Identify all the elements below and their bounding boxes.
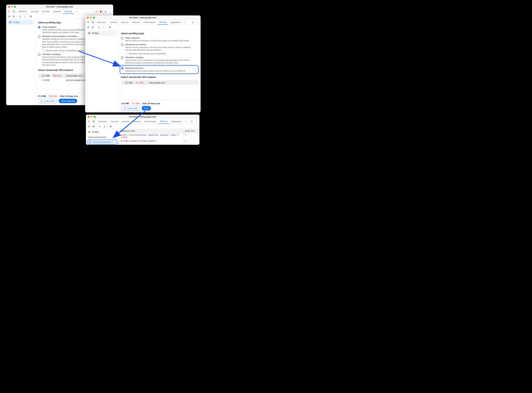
sliders-icon [9, 21, 11, 23]
record-icon[interactable] [87, 26, 90, 29]
tab-sources[interactable]: Sources [120, 119, 131, 124]
clear-icon[interactable] [92, 125, 95, 128]
option-allocation-sampling[interactable]: Allocation sampling Approximate memory a… [121, 56, 198, 64]
table-row[interactable]: <fake-element></fake-element> 1 [119, 139, 199, 143]
errors-badge[interactable]: 1 [100, 10, 103, 13]
radio-checked[interactable] [38, 26, 41, 29]
more-tabs-icon[interactable]: » [183, 20, 187, 25]
tab-elements[interactable]: Elements [96, 20, 108, 25]
inspect-icon[interactable] [86, 20, 90, 25]
close-icon[interactable] [8, 6, 10, 8]
tab-application[interactable]: Application [169, 119, 183, 124]
radio[interactable] [121, 56, 124, 59]
tab-network[interactable]: Network [52, 9, 63, 14]
option-heap-snapshot[interactable]: Heap snapshot See the memory distributio… [121, 37, 198, 42]
gear-icon[interactable] [191, 20, 195, 25]
sidebar-item-profiles[interactable]: Profiles [7, 20, 34, 25]
kebab-icon[interactable]: ⋮ [108, 10, 112, 14]
zoom-icon[interactable] [94, 116, 96, 118]
tab-application[interactable]: Application [169, 20, 182, 25]
option-allocations-timeline[interactable]: Allocations on timeline Record memory al… [121, 43, 198, 51]
warnings-badge[interactable]: 1 [95, 10, 99, 13]
titlebar: DevTools - www.google.com/ [85, 15, 201, 20]
radio-checked[interactable] [121, 67, 124, 70]
svg-point-28 [89, 34, 89, 34]
load-profile-button[interactable]: Load profile [121, 106, 140, 110]
kebab-icon[interactable]: ⋮ [195, 20, 200, 25]
tab-console[interactable]: Console [29, 9, 40, 14]
traffic-lights[interactable] [87, 116, 96, 118]
checkbox-icon[interactable] [125, 52, 127, 55]
minimize-icon[interactable] [90, 17, 92, 19]
upload-icon [40, 100, 43, 102]
download-icon[interactable] [102, 26, 105, 29]
gc-icon[interactable] [109, 125, 112, 128]
close-icon[interactable] [87, 17, 89, 19]
window-title: DevTools - www.google.com/ [8, 6, 111, 8]
take-snapshot-button[interactable]: Take snapshot [59, 99, 77, 103]
radio[interactable] [38, 53, 41, 56]
clear-icon[interactable] [12, 15, 15, 18]
minimize-icon[interactable] [11, 6, 13, 8]
device-icon[interactable] [91, 20, 95, 25]
start-button[interactable]: Start [142, 106, 151, 110]
col-node-count[interactable]: Node count [183, 129, 199, 133]
zoom-icon[interactable] [93, 17, 95, 19]
download-icon[interactable] [103, 125, 106, 128]
device-icon[interactable] [12, 10, 16, 14]
tab-elements[interactable]: Elements [97, 119, 108, 124]
clear-icon[interactable] [91, 26, 94, 29]
inspect-icon[interactable] [7, 10, 11, 14]
zoom-icon[interactable] [14, 6, 16, 8]
tab-memory[interactable]: Memory [63, 9, 74, 14]
close-icon[interactable] [87, 116, 90, 118]
tab-sources[interactable]: Sources [119, 20, 130, 25]
tab-memory[interactable]: Memory [158, 119, 169, 124]
col-detached-nodes[interactable]: Detached nodes [119, 129, 183, 133]
load-profile-button[interactable]: Load profile [38, 99, 57, 103]
tab-console[interactable]: Console [109, 119, 120, 124]
more-tabs-icon[interactable]: » [74, 10, 78, 14]
gc-icon[interactable] [29, 15, 32, 18]
upload-icon[interactable] [98, 125, 101, 128]
checkbox-icon[interactable] [42, 49, 44, 52]
gear-icon[interactable] [103, 10, 108, 14]
radio[interactable] [121, 44, 124, 46]
option-title: Heap snapshot [125, 37, 189, 39]
sidebar-item-result[interactable]: Detached elements 1 [87, 140, 118, 144]
sidebar-item-profiles[interactable]: Profiles [86, 31, 117, 35]
tab-performance[interactable]: Performance [142, 20, 157, 25]
upload-icon[interactable] [19, 15, 22, 18]
upload-icon[interactable] [98, 26, 101, 29]
table-row[interactable]: <div style="position: absolute; display:… [119, 133, 199, 139]
tab-memory[interactable]: Memory [158, 20, 169, 25]
radio[interactable] [38, 35, 41, 38]
heap-rate: ↑580 kB/s [48, 95, 57, 97]
tab-console[interactable]: Console [108, 20, 119, 25]
gc-icon[interactable] [108, 26, 111, 29]
record-icon[interactable] [8, 15, 11, 18]
more-tabs-icon[interactable]: » [183, 119, 188, 124]
traffic-lights[interactable] [87, 17, 95, 19]
checkbox-stack-traces[interactable]: Allocation stack traces (more overhead) [125, 52, 198, 55]
kebab-icon[interactable]: ⋮ [194, 119, 198, 124]
gear-icon[interactable] [190, 119, 194, 124]
vm-row[interactable]: 13.0 MB ↓3.1 kB/s www.google.com [121, 80, 198, 85]
sidebar-item-label: Detached elements 1 [93, 141, 113, 143]
vm-url: www.google.com [149, 81, 165, 84]
tab-network[interactable]: Network [131, 119, 143, 124]
tab-elements[interactable]: Elements [17, 9, 29, 14]
inspect-icon[interactable] [87, 119, 91, 124]
download-icon[interactable] [23, 15, 26, 18]
record-icon[interactable] [87, 125, 91, 128]
minimize-icon[interactable] [91, 116, 92, 118]
tab-sources[interactable]: Sources [40, 9, 51, 14]
option-detached-elements[interactable]: Detached elements Detached elements show… [121, 67, 197, 72]
upload-icon [123, 107, 126, 109]
tab-network[interactable]: Network [131, 20, 142, 25]
sidebar-item-profiles[interactable]: Profiles [86, 129, 119, 134]
tab-performance[interactable]: Performance [143, 119, 158, 124]
device-icon[interactable] [92, 119, 96, 124]
radio[interactable] [121, 37, 124, 39]
traffic-lights[interactable] [8, 6, 16, 8]
